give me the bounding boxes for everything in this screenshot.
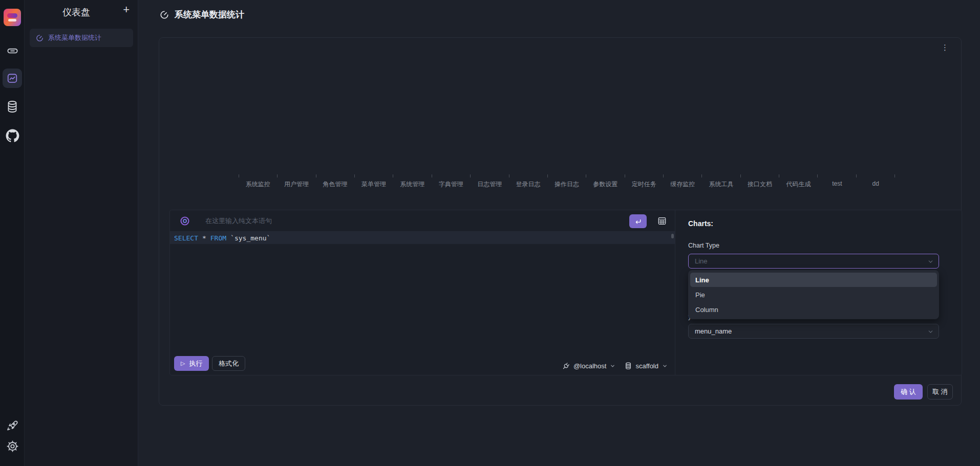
axis-category-label: 接口文档 <box>740 177 779 189</box>
result-table-button[interactable] <box>657 216 667 226</box>
sql-table-name: `sys_menu` <box>230 234 270 242</box>
axis-category-label: test <box>818 177 856 189</box>
axis-category-label: 系统管理 <box>393 177 432 189</box>
format-sql-button[interactable]: 格式化 <box>212 356 245 371</box>
chart-type-option-line[interactable]: Line <box>690 273 937 287</box>
axis-category-label: 定时任务 <box>625 177 663 189</box>
format-button-label: 格式化 <box>219 359 239 368</box>
database-nav-button[interactable] <box>0 100 25 114</box>
dashboard-nav-button-active[interactable] <box>3 69 22 88</box>
gear-icon <box>6 440 19 453</box>
add-dashboard-button[interactable]: + <box>123 3 130 16</box>
sidebar-item-dashboard-active[interactable]: 系统菜单数据统计 <box>30 29 133 47</box>
yaxis-select[interactable]: menu_name <box>688 324 939 339</box>
run-button-label: 执行 <box>189 359 202 368</box>
rocket-icon <box>6 419 18 432</box>
target-circle-icon <box>180 216 190 226</box>
play-icon: ▷ <box>181 360 185 367</box>
chevron-down-icon <box>610 363 615 369</box>
connection-cluster: @localhost scaffold <box>562 362 668 370</box>
github-icon <box>6 129 19 143</box>
connection-label: @localhost <box>573 362 607 370</box>
icon-sidebar <box>0 0 25 466</box>
axis-category-label: 参数设置 <box>586 177 625 189</box>
axis-category-label: 角色管理 <box>316 177 354 189</box>
axis-category-label: 日志管理 <box>470 177 508 189</box>
chart-type-label: Chart Type <box>688 242 719 249</box>
sidebar-title: 仪表盘 <box>62 6 90 18</box>
x-axis-labels: 系统监控用户管理角色管理菜单管理系统管理字典管理日志管理登录日志操作日志参数设置… <box>239 177 895 189</box>
cancel-button[interactable]: 取 消 <box>927 384 953 400</box>
sql-console: 在这里输入纯文本语句 <box>169 210 962 375</box>
axis-category-label: 系统工具 <box>702 177 740 189</box>
settings-button[interactable] <box>0 440 25 453</box>
gauge-icon <box>160 10 169 19</box>
nl-input-row[interactable]: 在这里输入纯文本语句 <box>170 210 675 232</box>
dashboard-chart-icon <box>7 73 18 84</box>
axis-category-label: 用户管理 <box>277 177 315 189</box>
nl-input-placeholder: 在这里输入纯文本语句 <box>205 216 272 226</box>
database-icon <box>6 100 18 114</box>
axis-category-label: dd <box>857 177 895 189</box>
database-label: scaffold <box>635 362 658 370</box>
github-button[interactable] <box>0 129 25 143</box>
sql-keyword-from: FROM <box>210 234 226 242</box>
run-sql-button[interactable]: ▷ 执行 <box>174 356 209 371</box>
editor-scrollbar[interactable] <box>671 234 674 238</box>
axis-category-label: 字典管理 <box>432 177 470 189</box>
card-menu-button[interactable]: ⋮ <box>941 43 949 52</box>
chevron-down-icon <box>927 328 934 335</box>
sql-editor[interactable]: 在这里输入纯文本语句 <box>170 210 675 375</box>
chart-type-option-column[interactable]: Column <box>690 302 937 317</box>
confirm-button[interactable]: 确 认 <box>894 384 923 400</box>
database-selector[interactable]: scaffold <box>625 362 668 370</box>
page-header: 系统菜单数据统计 <box>160 0 244 29</box>
sidebar-item-label: 系统菜单数据统计 <box>48 33 101 42</box>
axis-category-label: 登录日志 <box>509 177 547 189</box>
yaxis-select-value: menu_name <box>695 327 732 335</box>
submit-enter-button[interactable] <box>629 214 647 228</box>
gauge-icon <box>36 34 44 42</box>
axis-category-label: 缓存监控 <box>663 177 701 189</box>
sql-star: * <box>202 234 206 242</box>
connection-selector[interactable]: @localhost <box>562 362 616 370</box>
connections-nav-button[interactable] <box>0 45 25 57</box>
chart-type-select[interactable]: Line <box>688 254 939 269</box>
chevron-down-icon <box>662 363 668 369</box>
charts-config-panel: Charts: Chart Type Line LinePieColumn yA… <box>675 210 962 375</box>
upgrade-button[interactable] <box>0 419 25 432</box>
axis-category-label: 菜单管理 <box>354 177 393 189</box>
dashboard-sidebar: 仪表盘 + 系统菜单数据统计 <box>25 0 138 466</box>
chart-type-option-pie[interactable]: Pie <box>690 287 937 302</box>
app-logo[interactable] <box>4 9 21 26</box>
chart-x-axis: 系统监控用户管理角色管理菜单管理系统管理字典管理日志管理登录日志操作日志参数设置… <box>239 174 895 189</box>
axis-category-label: 操作日志 <box>547 177 586 189</box>
axis-category-label: 系统监控 <box>239 177 277 189</box>
charts-panel-title: Charts: <box>688 219 713 228</box>
axis-category-label: 代码生成 <box>779 177 818 189</box>
page-title: 系统菜单数据统计 <box>175 9 244 20</box>
enter-arrow-icon <box>634 217 642 226</box>
chart-type-select-value: Line <box>695 257 708 265</box>
sql-code-line[interactable]: SELECT * FROM `sys_menu` <box>170 232 675 244</box>
link-icon <box>7 45 18 57</box>
sql-keyword-select: SELECT <box>174 234 198 242</box>
chevron-down-icon <box>927 258 934 265</box>
plug-icon <box>562 362 570 370</box>
chart-type-dropdown: LinePieColumn <box>688 270 939 319</box>
dashboard-card-panel: ⋮ 系统监控用户管理角色管理菜单管理系统管理字典管理日志管理登录日志操作日志参数… <box>159 37 962 406</box>
table-grid-icon <box>657 216 667 226</box>
database-icon <box>625 362 632 370</box>
